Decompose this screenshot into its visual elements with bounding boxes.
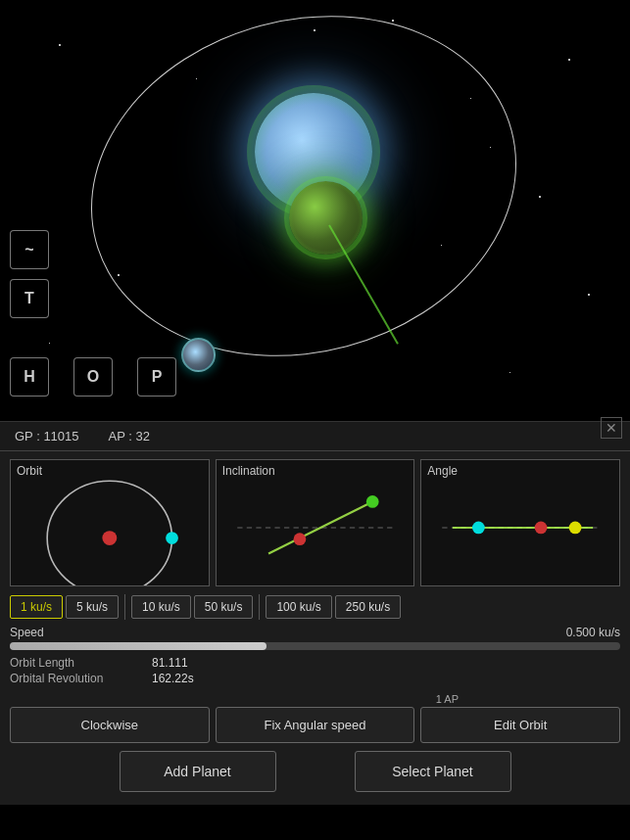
fix-angular-button[interactable]: Fix Angular speed: [216, 707, 415, 743]
orbit-label: Orbit: [17, 464, 42, 478]
bottom-row: Add Planet Select Planet: [10, 751, 620, 797]
info-row: Orbit Length 81.111 Orbital Revolution 1…: [10, 656, 620, 685]
t-button[interactable]: T: [10, 279, 49, 318]
star: [588, 294, 590, 296]
star: [392, 20, 394, 22]
svg-point-2: [166, 532, 178, 544]
diagram-row: Orbit Inclination: [10, 459, 620, 586]
speed-fill: [10, 642, 267, 650]
speed-btn-5ku[interactable]: 5 ku/s: [66, 595, 119, 619]
star: [539, 196, 541, 198]
star: [509, 372, 510, 373]
speed-btn-10ku[interactable]: 10 ku/s: [131, 595, 191, 619]
svg-point-11: [535, 522, 548, 535]
h-button[interactable]: H: [10, 357, 49, 397]
p-button[interactable]: P: [137, 357, 176, 397]
space-view: ~ T H O P: [0, 0, 630, 421]
angle-svg: [421, 460, 619, 586]
ap-hint: 1 AP: [10, 693, 620, 705]
orbital-revolution-key: Orbital Revolution: [10, 672, 137, 685]
speed-btn-50ku[interactable]: 50 ku/s: [194, 595, 254, 619]
speed-divider-2: [259, 594, 260, 620]
action-row: Clockwise Fix Angular speed Edit Orbit: [10, 707, 620, 743]
speed-btn-100ku[interactable]: 100 ku/s: [266, 595, 331, 619]
speed-label: Speed: [10, 626, 44, 639]
svg-line-5: [268, 501, 372, 553]
edit-orbit-button[interactable]: Edit Orbit: [420, 707, 620, 743]
orbit-length-val: 81.111: [152, 656, 188, 670]
svg-point-6: [293, 533, 306, 545]
orbital-revolution-row: Orbital Revolution 162.22s: [10, 672, 194, 685]
ship-object: [181, 338, 216, 372]
control-panel: Orbit Inclination: [0, 450, 630, 805]
orbit-length-key: Orbit Length: [10, 656, 137, 670]
speed-label-row: Speed 0.500 ku/s: [10, 626, 620, 639]
tilde-button[interactable]: ~: [10, 230, 49, 269]
speed-area: Speed 0.500 ku/s: [10, 626, 620, 650]
star: [568, 59, 570, 61]
svg-point-7: [366, 495, 379, 508]
speed-row: 1 ku/s 5 ku/s 10 ku/s 50 ku/s 100 ku/s 2…: [10, 594, 620, 620]
inclination-diagram: Inclination: [216, 459, 415, 586]
status-bar: GP : 11015 AP : 32: [0, 421, 630, 450]
ap-status: AP : 32: [109, 429, 150, 443]
speed-group-3: 100 ku/s 250 ku/s: [266, 595, 401, 619]
gp-status: GP : 11015: [15, 429, 79, 443]
speed-divider-1: [124, 594, 125, 620]
inclination-svg: [217, 460, 414, 586]
speed-value: 0.500 ku/s: [566, 626, 620, 639]
speed-btn-1ku[interactable]: 1 ku/s: [10, 595, 63, 619]
angle-diagram: Angle: [420, 459, 620, 586]
star: [59, 44, 61, 46]
svg-point-1: [102, 531, 117, 545]
speed-group-2: 10 ku/s 50 ku/s: [131, 595, 253, 619]
select-planet-button[interactable]: Select Planet: [355, 751, 511, 792]
angle-label: Angle: [427, 464, 458, 478]
orbit-length-row: Orbit Length 81.111: [10, 656, 194, 670]
speed-group-1: 1 ku/s 5 ku/s: [10, 595, 119, 619]
info-col: Orbit Length 81.111 Orbital Revolution 1…: [10, 656, 194, 685]
orbit-diagram: Orbit: [10, 459, 210, 586]
svg-point-10: [472, 522, 485, 535]
speed-track[interactable]: [10, 642, 620, 650]
add-planet-button[interactable]: Add Planet: [120, 751, 276, 792]
svg-point-12: [569, 522, 582, 535]
o-button[interactable]: O: [73, 357, 113, 397]
orbit-svg: [11, 460, 209, 586]
inclination-label: Inclination: [222, 464, 275, 478]
speed-btn-250ku[interactable]: 250 ku/s: [335, 595, 401, 619]
close-icon[interactable]: ✕: [601, 417, 622, 439]
clockwise-button[interactable]: Clockwise: [10, 707, 210, 743]
star: [49, 343, 50, 344]
orbital-revolution-val: 162.22s: [152, 672, 194, 685]
green-planet: [289, 181, 363, 255]
